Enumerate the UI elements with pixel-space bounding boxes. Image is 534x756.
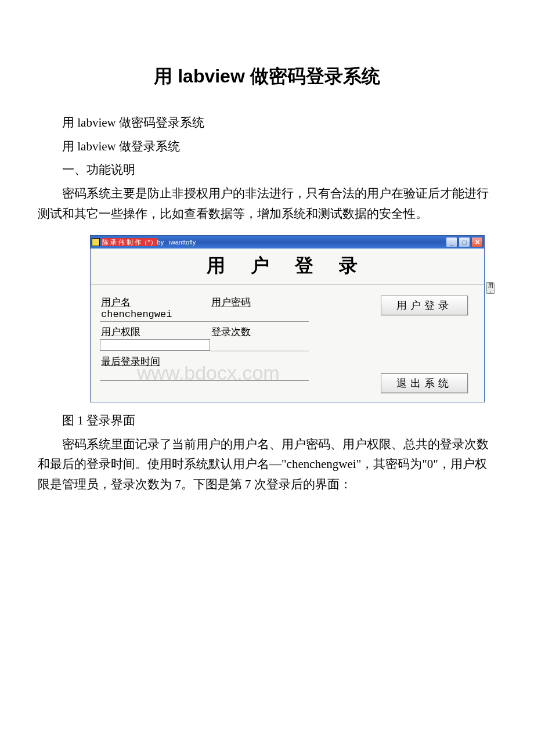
app-icon: [92, 238, 100, 246]
figure-caption: 图 1 登录界面: [38, 411, 496, 431]
exit-button[interactable]: 退出系统: [381, 373, 468, 393]
last-login-value[interactable]: [100, 368, 309, 381]
section-heading: 一、功能说明: [38, 160, 496, 180]
paragraph-description: 密码系统主要是防止非授权用户的非法进行，只有合法的用户在验证后才能进行测试和其它…: [38, 183, 496, 224]
maximize-button[interactable]: □: [459, 237, 470, 247]
app-header: 用 户 登 录 用‹: [91, 249, 484, 285]
app-window-screenshot: 陈 承 伟 制 作（*）by iwanttofly _ □ ✕ 用 户 登 录 …: [90, 235, 485, 402]
title-red-segment: 陈 承 伟 制 作（*）: [102, 238, 157, 246]
username-value[interactable]: chenchengwei: [100, 309, 210, 322]
close-button[interactable]: ✕: [471, 237, 483, 247]
login-count-label: 登录次数: [210, 325, 309, 339]
login-button[interactable]: 用户登录: [381, 296, 468, 315]
permission-value[interactable]: [100, 339, 210, 351]
app-header-title: 用 户 登 录: [91, 253, 484, 279]
window-title-text: 陈 承 伟 制 作（*）by iwanttofly: [102, 238, 446, 247]
username-label: 用户名: [100, 296, 210, 309]
paragraph-after-figure: 密码系统里面记录了当前用户的用户名、用户密码、用户权限、总共的登录次数和最后的登…: [38, 434, 496, 495]
paragraph-1: 用 labview 做密码登录系统: [38, 113, 496, 133]
password-value[interactable]: [210, 309, 309, 322]
document-title: 用 labview 做密码登录系统: [38, 64, 496, 89]
right-widget-icon: 用‹: [486, 282, 495, 294]
last-login-label: 最后登录时间: [100, 355, 309, 368]
login-count-value[interactable]: [210, 339, 309, 351]
paragraph-2: 用 labview 做登录系统: [38, 136, 496, 157]
minimize-button[interactable]: _: [446, 237, 457, 247]
password-label: 用户密码: [210, 296, 309, 309]
window-control-buttons: _ □ ✕: [446, 237, 483, 247]
permission-label: 用户权限: [100, 325, 210, 339]
form-area: www.bdocx.com 用户名 chenchengwei 用户密码 用户权限: [91, 285, 484, 402]
window-titlebar: 陈 承 伟 制 作（*）by iwanttofly _ □ ✕: [91, 236, 484, 249]
